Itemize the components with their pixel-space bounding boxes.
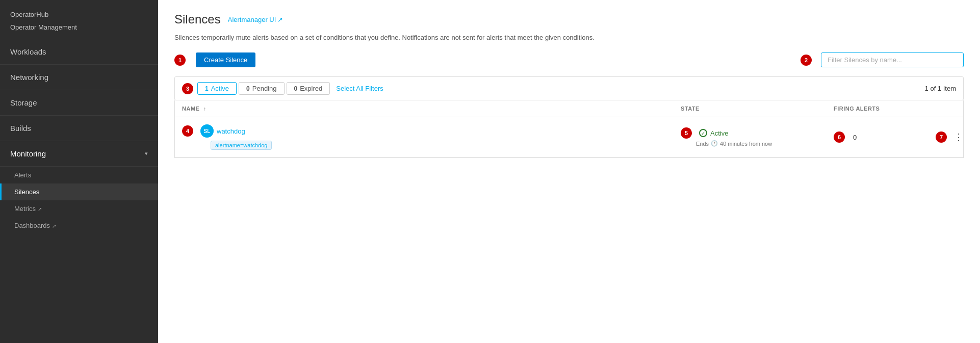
step-badge-2: 2 (801, 55, 812, 66)
table-row: 4 SL watchdog alertname=watchdog 5 ✓ Act… (175, 117, 963, 157)
step-badge-6: 6 (834, 131, 845, 143)
sidebar-item-builds[interactable]: Builds (0, 116, 158, 141)
toolbar-left: 1 Create Silence (174, 52, 255, 67)
silence-name-cell: 4 SL watchdog alertname=watchdog (182, 124, 681, 150)
actions-cell: 7 ⋮ (936, 131, 956, 143)
chevron-down-icon: ▾ (145, 150, 148, 157)
sidebar-item-monitoring[interactable]: Monitoring ▾ (0, 141, 158, 167)
sidebar-item-alerts[interactable]: Alerts (0, 167, 158, 183)
step-badge-4: 4 (182, 125, 193, 137)
toolbar: 1 Create Silence 2 (174, 52, 964, 67)
page-title: Silences (174, 12, 221, 27)
external-link-icon: ↗ (52, 223, 56, 229)
sidebar-item-operatorhub[interactable]: OperatorHub (10, 8, 148, 21)
active-state-icon: ✓ (699, 129, 707, 137)
create-silence-button[interactable]: Create Silence (196, 52, 255, 67)
firing-alerts-cell: 6 0 (834, 131, 936, 143)
state-active: ✓ Active (699, 129, 728, 137)
ends-text: Ends 🕐 40 minutes from now (681, 140, 834, 147)
firing-alerts-value: 0 (853, 134, 857, 141)
sidebar-item-silences[interactable]: Silences (0, 183, 158, 200)
silence-tag[interactable]: alertname=watchdog (211, 141, 272, 150)
page-header: Silences Alertmanager UI ↗ (174, 12, 964, 27)
col-header-actions (936, 105, 956, 112)
alertmanager-ui-link[interactable]: Alertmanager UI ↗ (228, 16, 283, 23)
page-description: Silences temporarily mute alerts based o… (174, 34, 964, 41)
step-badge-4-row: 4 SL watchdog (182, 124, 681, 138)
sidebar: OperatorHub Operator Management Workload… (0, 0, 158, 343)
col-header-firing-alerts: FIRING ALERTS (834, 105, 936, 112)
filter-tab-pending[interactable]: 0 Pending (239, 82, 284, 95)
col-header-state: STATE (681, 105, 834, 112)
step-badge-3: 3 (182, 83, 193, 94)
sidebar-item-operator-management[interactable]: Operator Management (10, 21, 148, 34)
sidebar-item-metrics[interactable]: Metrics↗ (0, 200, 158, 217)
filter-tab-expired[interactable]: 0 Expired (287, 82, 330, 95)
step-badge-7: 7 (936, 131, 947, 143)
col-header-name: NAME ↑ (182, 105, 681, 112)
avatar: SL (200, 124, 214, 138)
search-input[interactable] (821, 52, 964, 67)
select-all-filters-link[interactable]: Select All Filters (336, 85, 383, 92)
toolbar-right: 2 (801, 52, 964, 67)
silences-table: NAME ↑ STATE FIRING ALERTS 4 SL watchdog… (174, 100, 964, 158)
sidebar-item-dashboards[interactable]: Dashboards↗ (0, 217, 158, 234)
silence-name-link[interactable]: watchdog (217, 127, 245, 135)
filter-tab-active[interactable]: 1 Active (197, 82, 237, 95)
table-header: NAME ↑ STATE FIRING ALERTS (175, 100, 963, 117)
sidebar-top-section: OperatorHub Operator Management (0, 0, 158, 39)
main-content: Silences Alertmanager UI ↗ Silences temp… (158, 0, 980, 343)
sidebar-item-storage[interactable]: Storage (0, 90, 158, 116)
step-badge-5: 5 (681, 127, 692, 139)
step-badge-1: 1 (174, 55, 186, 66)
sort-icon: ↑ (203, 106, 207, 112)
clock-icon: 🕐 (711, 140, 718, 147)
external-link-icon: ↗ (38, 206, 42, 212)
external-link-icon: ↗ (277, 16, 283, 23)
more-options-button[interactable]: ⋮ (954, 131, 963, 143)
item-count: 1 of 1 Item (925, 85, 956, 92)
sidebar-item-networking[interactable]: Networking (0, 65, 158, 90)
state-cell: 5 ✓ Active Ends 🕐 40 minutes from now (681, 127, 834, 147)
sidebar-item-workloads[interactable]: Workloads (0, 39, 158, 65)
